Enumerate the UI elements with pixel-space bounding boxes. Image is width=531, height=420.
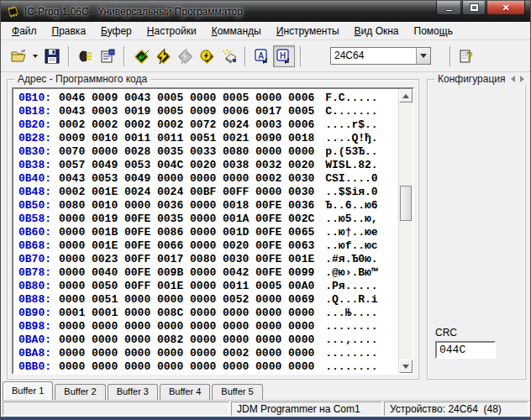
hex-words: 0000 0040 00FE 009B 0000 0042 00FE 0099 — [59, 266, 314, 280]
hex-words: 0002 001E 0024 0024 00BF 00FF 0000 0030 — [59, 186, 314, 199]
hex-row[interactable]: 0B20:0002 0002 0002 0002 0072 0024 0003 … — [18, 118, 398, 132]
minimize-icon — [445, 9, 453, 12]
menu-item-настройки[interactable]: Настройки — [139, 24, 204, 39]
program-lightning-icon — [154, 48, 172, 65]
crc-value-field[interactable]: 044C — [435, 341, 496, 359]
status-panel-device: Устройство: 24C64 (48) — [384, 402, 528, 416]
svg-text:A: A — [258, 50, 264, 60]
maximize-button[interactable] — [462, 1, 486, 15]
hex-row[interactable]: 0BA8:0000 0000 0000 0000 0000 0002 0000 … — [18, 347, 398, 360]
device-select-dropdown-button[interactable] — [416, 48, 430, 64]
hex-row[interactable]: 0B30:0070 0000 0028 0035 0033 0080 0000 … — [18, 145, 398, 159]
tab-buffer-3[interactable]: Buffer 3 — [108, 384, 158, 400]
hex-row[interactable]: 0B60:0000 001B 00FE 0086 0000 001D 00FE … — [18, 226, 398, 239]
options-document-icon — [100, 49, 115, 64]
program-all-button-disabled[interactable] — [174, 45, 196, 67]
hex-address: 0B10: — [18, 92, 59, 105]
hex-row[interactable]: 0B90:0001 0001 0000 008C 0000 0000 0000 … — [18, 307, 398, 320]
hex-ascii: ..$$ія.0 — [325, 186, 377, 199]
hex-row[interactable]: 0BA0:0000 0000 0000 0082 0000 0000 0000 … — [18, 333, 398, 347]
hex-row[interactable]: 0B88:0000 0051 0000 0000 0000 0052 0000 … — [18, 293, 398, 307]
hex-row[interactable]: 0B50:0080 0010 0000 0036 0000 0018 00FE … — [18, 199, 398, 213]
hex-ascii: CSI....0 — [325, 172, 377, 186]
tab-buffer-4[interactable]: Buffer 4 — [160, 384, 210, 400]
hex-row[interactable]: 0B78:0000 0040 00FE 009B 0000 0042 00FE … — [18, 266, 398, 280]
hex-ascii: F.C..... — [325, 92, 377, 105]
hex-row[interactable]: 0B18:0043 0003 0019 0005 0009 0006 0017 … — [18, 105, 398, 118]
hex-ascii: WISL.82. — [325, 159, 377, 172]
scroll-up-button[interactable] — [399, 89, 413, 102]
menu-item-инструменты[interactable]: Инструменты — [269, 24, 347, 39]
hex-ascii: .Ря..... — [325, 280, 377, 293]
hex-row[interactable]: 0B68:0000 001E 00FE 0066 0000 0020 00FE … — [18, 239, 398, 253]
help-button[interactable]: ? — [456, 45, 478, 67]
menu-item-комманды[interactable]: Комманды — [204, 24, 269, 39]
hex-row[interactable]: 0B40:0043 0053 0049 0000 0000 0000 0002 … — [18, 172, 398, 186]
hex-rows: 0B10:0046 0009 0043 0005 0000 0005 0000 … — [13, 89, 398, 373]
hex-scrollbar[interactable] — [398, 89, 413, 373]
hex-row[interactable]: 0B48:0002 001E 0024 0024 00BF 00FF 0000 … — [18, 186, 398, 199]
scroll-up-icon — [402, 94, 409, 98]
hex-address: 0B58: — [18, 213, 59, 226]
window-controls: ✕ — [435, 1, 525, 15]
config-groupbox: Конфигурация CRC 044C — [427, 79, 526, 380]
verify-device-button[interactable] — [196, 45, 218, 67]
menu-item-вид-окна[interactable]: Вид Окна — [347, 24, 407, 39]
program-device-button[interactable] — [152, 45, 174, 67]
hex-address: 0B68: — [18, 239, 59, 253]
device-options-button[interactable] — [97, 45, 118, 67]
hex-ascii: p.(53Ђ.. — [325, 145, 377, 159]
address-group-title: Адрес - Программного кода — [18, 73, 147, 85]
device-select[interactable]: 24C64 — [330, 47, 431, 65]
hex-row[interactable]: 0B70:0000 0023 00FF 0017 0080 0030 00FE … — [18, 253, 398, 266]
config-prev-icon[interactable] — [511, 76, 515, 82]
tab-buffer-5[interactable]: Buffer 5 — [212, 384, 262, 400]
open-dropdown-button[interactable] — [29, 45, 41, 67]
tab-buffer-2[interactable]: Buffer 2 — [55, 384, 105, 400]
read-chip-icon — [132, 48, 150, 65]
tab-buffer-1[interactable]: Buffer 1 — [3, 381, 53, 400]
menu-item-правка[interactable]: Правка — [45, 24, 94, 39]
scroll-down-button[interactable] — [399, 360, 413, 373]
hardware-settings-button[interactable] — [75, 45, 97, 67]
config-next-icon[interactable] — [520, 76, 524, 82]
hex-words: 0000 001B 00FE 0086 0000 001D 00FE 0065 — [59, 226, 314, 239]
ascii-view-button[interactable]: A — [251, 45, 273, 67]
open-folder-icon — [10, 49, 27, 64]
hex-row[interactable]: 0BB0:0000 0000 0000 0000 0000 0000 0000 … — [18, 360, 398, 373]
menu-item-помощь[interactable]: Помощь — [407, 24, 460, 39]
close-button[interactable]: ✕ — [486, 1, 525, 15]
hex-address: 0B28: — [18, 132, 59, 145]
hex-editor[interactable]: 0B10:0046 0009 0043 0005 0000 0005 0000 … — [12, 87, 414, 375]
open-file-button[interactable] — [8, 45, 29, 67]
hex-words: 0000 001E 00FE 0066 0000 0020 00FE 0063 — [59, 239, 314, 253]
status-panel-empty — [3, 402, 229, 416]
hex-row[interactable]: 0B80:0000 0050 00FF 001E 0000 0011 0005 … — [18, 280, 398, 293]
hex-ascii: ....Q!ђ. — [325, 132, 377, 145]
hex-row[interactable]: 0B58:0000 0019 00FE 0035 0000 001A 00FE … — [18, 213, 398, 226]
hex-row[interactable]: 0B28:0009 0010 0011 0011 0051 0021 0090 … — [18, 132, 398, 145]
hex-address: 0B48: — [18, 186, 59, 199]
hex-address: 0B88: — [18, 293, 59, 307]
hex-address: 0B90: — [18, 307, 59, 320]
program-all-lightning-gray-icon — [176, 48, 194, 65]
hex-row[interactable]: 0B38:0057 0049 0053 004C 0020 0038 0032 … — [18, 159, 398, 172]
hex-row[interactable]: 0B98:0000 0000 0000 0000 0000 0000 0000 … — [18, 320, 398, 333]
minimize-button[interactable] — [436, 1, 461, 15]
hex-ascii: ..ю5..ю, — [325, 213, 377, 226]
erase-device-button[interactable] — [218, 45, 239, 67]
window-bottom-border — [1, 417, 530, 419]
hex-view-button[interactable]: H — [273, 45, 295, 67]
menu-bar: ФайлПравкаБуферНастройкиКоммандыИнструме… — [1, 22, 530, 40]
read-device-button[interactable] — [130, 45, 152, 67]
hex-address: 0BA8: — [18, 347, 59, 360]
menu-item-файл[interactable]: Файл — [4, 24, 45, 39]
scrollbar-thumb[interactable] — [400, 186, 412, 221]
hex-words: 0000 0019 00FE 0035 0000 001A 00FE 002C — [59, 213, 314, 226]
hex-row[interactable]: 0B10:0046 0009 0043 0005 0000 0005 0000 … — [18, 92, 398, 105]
hex-address: 0B80: — [18, 280, 59, 293]
hex-ascii: ........ — [325, 347, 377, 360]
verify-chip-icon — [197, 48, 216, 65]
save-button[interactable] — [41, 45, 63, 67]
menu-item-буфер[interactable]: Буфер — [93, 24, 139, 39]
